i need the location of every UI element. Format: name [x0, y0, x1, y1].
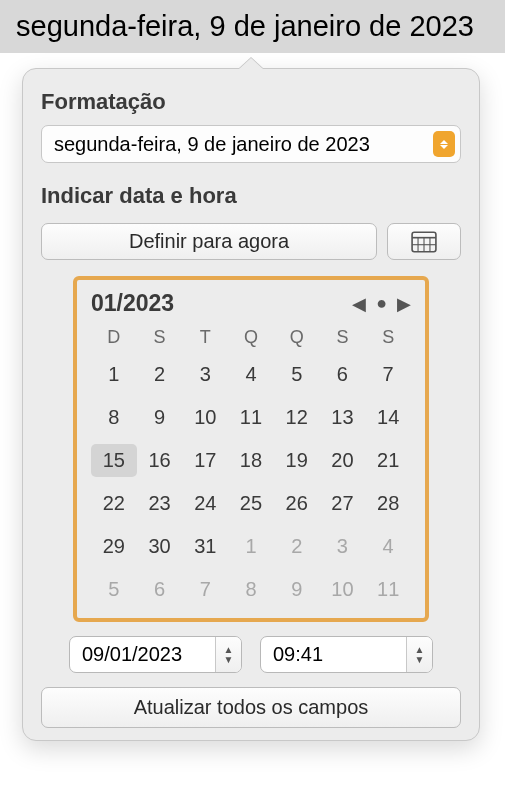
- calendar-dow-label: S: [365, 327, 411, 348]
- calendar-day[interactable]: 14: [365, 401, 411, 434]
- calendar-day[interactable]: 17: [182, 444, 228, 477]
- calendar-day[interactable]: 8: [228, 573, 274, 606]
- date-stepper[interactable]: 09/01/2023 ▲ ▼: [69, 636, 242, 673]
- calendar-day[interactable]: 24: [182, 487, 228, 520]
- calendar-day[interactable]: 8: [91, 401, 137, 434]
- update-all-fields-button[interactable]: Atualizar todos os campos: [41, 687, 461, 728]
- date-stepper-down-icon[interactable]: ▼: [224, 655, 234, 665]
- time-stepper[interactable]: 09:41 ▲ ▼: [260, 636, 433, 673]
- calendar-day[interactable]: 11: [228, 401, 274, 434]
- calendar-day[interactable]: 20: [320, 444, 366, 477]
- calendar-day[interactable]: 11: [365, 573, 411, 606]
- calendar-day[interactable]: 6: [320, 358, 366, 391]
- date-format-popover: Formatação segunda-feira, 9 de janeiro d…: [22, 68, 480, 741]
- calendar-day[interactable]: 31: [182, 530, 228, 563]
- calendar-day[interactable]: 7: [182, 573, 228, 606]
- calendar-icon: [411, 231, 437, 253]
- date-stepper-value[interactable]: 09/01/2023: [70, 637, 215, 672]
- calendar-dow-label: T: [182, 327, 228, 348]
- calendar-day[interactable]: 10: [182, 401, 228, 434]
- calendar-day[interactable]: 28: [365, 487, 411, 520]
- calendar-day[interactable]: 4: [365, 530, 411, 563]
- calendar-day[interactable]: 26: [274, 487, 320, 520]
- calendar-day[interactable]: 18: [228, 444, 274, 477]
- calendar-day[interactable]: 7: [365, 358, 411, 391]
- calendar-day[interactable]: 25: [228, 487, 274, 520]
- calendar-day[interactable]: 1: [91, 358, 137, 391]
- calendar-day[interactable]: 23: [137, 487, 183, 520]
- calendar-day[interactable]: 4: [228, 358, 274, 391]
- calendar-dow-label: Q: [274, 327, 320, 348]
- calendar-day[interactable]: 9: [137, 401, 183, 434]
- calendar-day[interactable]: 6: [137, 573, 183, 606]
- calendar-icon-button[interactable]: [387, 223, 461, 260]
- calendar-dow-label: Q: [228, 327, 274, 348]
- format-dropdown-value: segunda-feira, 9 de janeiro de 2023: [54, 133, 370, 156]
- calendar-day[interactable]: 9: [274, 573, 320, 606]
- datetime-section-label: Indicar data e hora: [23, 163, 479, 219]
- time-stepper-down-icon[interactable]: ▼: [415, 655, 425, 665]
- calendar-day[interactable]: 5: [91, 573, 137, 606]
- format-section-label: Formatação: [23, 69, 479, 125]
- calendar-day[interactable]: 1: [228, 530, 274, 563]
- calendar-day[interactable]: 3: [182, 358, 228, 391]
- format-dropdown[interactable]: segunda-feira, 9 de janeiro de 2023: [41, 125, 461, 163]
- calendar-dow-label: S: [320, 327, 366, 348]
- calendar-day[interactable]: 30: [137, 530, 183, 563]
- calendar-day[interactable]: 13: [320, 401, 366, 434]
- window-title: segunda-feira, 9 de janeiro de 2023: [0, 0, 505, 53]
- calendar-day[interactable]: 2: [274, 530, 320, 563]
- calendar-day[interactable]: 3: [320, 530, 366, 563]
- dropdown-arrows-icon: [433, 131, 455, 157]
- calendar-day[interactable]: 12: [274, 401, 320, 434]
- set-to-now-button[interactable]: Definir para agora: [41, 223, 377, 260]
- calendar-day[interactable]: 19: [274, 444, 320, 477]
- calendar-widget: 01/2023 ◀ ● ▶ DSTQQSS1234567891011121314…: [73, 276, 429, 622]
- calendar-day[interactable]: 10: [320, 573, 366, 606]
- calendar-dow-label: D: [91, 327, 137, 348]
- time-stepper-arrows[interactable]: ▲ ▼: [406, 637, 432, 672]
- calendar-day[interactable]: 22: [91, 487, 137, 520]
- next-month-button[interactable]: ▶: [397, 293, 411, 315]
- calendar-dow-label: S: [137, 327, 183, 348]
- calendar-day[interactable]: 16: [137, 444, 183, 477]
- time-stepper-value[interactable]: 09:41: [261, 637, 406, 672]
- time-stepper-up-icon[interactable]: ▲: [415, 645, 425, 655]
- calendar-day[interactable]: 27: [320, 487, 366, 520]
- calendar-month-label: 01/2023: [91, 290, 174, 317]
- date-stepper-arrows[interactable]: ▲ ▼: [215, 637, 241, 672]
- calendar-day[interactable]: 21: [365, 444, 411, 477]
- calendar-day[interactable]: 29: [91, 530, 137, 563]
- calendar-day[interactable]: 15: [91, 444, 137, 477]
- today-button[interactable]: ●: [376, 293, 387, 314]
- calendar-day[interactable]: 2: [137, 358, 183, 391]
- date-stepper-up-icon[interactable]: ▲: [224, 645, 234, 655]
- calendar-day[interactable]: 5: [274, 358, 320, 391]
- prev-month-button[interactable]: ◀: [352, 293, 366, 315]
